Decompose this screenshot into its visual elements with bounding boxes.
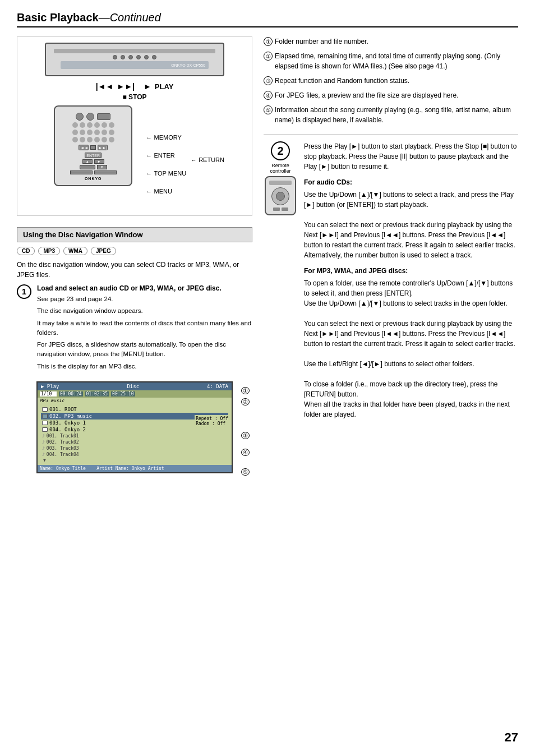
audio-cd-text: Use the Up/Down [▲]/[▼] buttons to selec… bbox=[304, 190, 518, 260]
memory-label: MEMORY bbox=[154, 134, 181, 141]
display-bottom-bar: Name: Onkyo Title Artist Name: Onkyo Art… bbox=[38, 465, 232, 472]
item-text-5: Information about the song currently pla… bbox=[275, 105, 518, 125]
track-fraction: 1/10 bbox=[40, 391, 57, 397]
callout-4: ④ bbox=[241, 449, 250, 455]
numbered-item-5: ⑤ Information about the song currently p… bbox=[264, 105, 518, 125]
audio-cd-heading: For audio CDs: bbox=[304, 177, 518, 187]
title-text: Basic Playback bbox=[17, 11, 99, 24]
callout-1: ① bbox=[241, 387, 250, 394]
menu-label-line: ← MENU bbox=[146, 188, 186, 195]
step2-text-area: Press the Play [►] button to start playb… bbox=[304, 141, 518, 420]
nav-section: Using the Disc Navigation Window CD MP3 … bbox=[17, 227, 252, 473]
play-arrow: ► bbox=[144, 82, 151, 91]
time-track: 00:00:24 bbox=[59, 391, 83, 397]
step1-line4: This is the display for an MP3 disc. bbox=[37, 362, 252, 371]
nav-desc: On the disc navigation window, you can s… bbox=[17, 260, 252, 280]
nav-section-title: Using the Disc Navigation Window bbox=[17, 227, 252, 242]
step2-number: 2 bbox=[271, 141, 290, 160]
step1-line1: The disc navigation window appears. bbox=[37, 306, 252, 316]
item-text-1: Folder number and file number. bbox=[275, 36, 518, 47]
display-header-disc: Disc bbox=[127, 384, 139, 389]
display-mockup: ▶ Play Disc 4: DATA 1/10 00:00:24 01:02:… bbox=[36, 381, 233, 473]
enter-label-line: ← ENTER bbox=[146, 152, 186, 159]
remote-dot-2 bbox=[86, 113, 94, 121]
step2-container: 2 Remote controller bbox=[264, 134, 518, 420]
page-number: 27 bbox=[505, 730, 518, 745]
item-text-2: Elapsed time, remaining time, and total … bbox=[275, 51, 518, 71]
item-text-3: Repeat function and Random function stat… bbox=[275, 76, 518, 86]
display-body: 001. ROOT 002. MP3 music 003. Onkyo 1 bbox=[38, 404, 232, 465]
time-remaining: 01:02:35 bbox=[85, 391, 109, 397]
device-slot bbox=[54, 49, 215, 53]
remote-small-diagram bbox=[265, 176, 296, 215]
format-mp3: MP3 bbox=[38, 247, 60, 255]
remote-btn-1 bbox=[72, 122, 78, 128]
prev-button-symbol: |◄◄ bbox=[96, 82, 114, 91]
callout-2: ② bbox=[241, 398, 250, 405]
next-button-symbol: ►►| bbox=[117, 82, 135, 91]
right-column: ① Folder number and file number. ② Elaps… bbox=[264, 36, 518, 479]
subtitle-text: —Continued bbox=[99, 11, 161, 24]
mp3-text: To open a folder, use the remote control… bbox=[304, 278, 518, 420]
callout-num-2: ② bbox=[264, 52, 273, 61]
prev-btn: |◄◄ bbox=[79, 145, 89, 150]
display-area: ▶ Play Disc 4: DATA 1/10 00:00:24 01:02:… bbox=[31, 381, 238, 473]
remote-btn-5 bbox=[102, 122, 107, 128]
device-top-box: ONKYO DX-CP550 bbox=[45, 43, 224, 76]
numbered-list: ① Folder number and file number. ② Elaps… bbox=[264, 36, 518, 125]
numbered-item-1: ① Folder number and file number. bbox=[264, 36, 518, 47]
remote-diagram: |◄◄ ►►| ENTER ▲ ► bbox=[54, 105, 132, 186]
display-time-bar: 1/10 00:00:24 01:02:35 00:25:10 bbox=[38, 390, 232, 398]
display-folder-root: 001. ROOT bbox=[41, 406, 228, 413]
step1-number: 1 bbox=[17, 284, 31, 299]
display-header-left: ▶ Play bbox=[41, 384, 59, 389]
remote-controller-label: Remote controller bbox=[264, 163, 297, 174]
return-label: RETURN bbox=[199, 156, 224, 163]
display-track-2: ♪ 002. Track02 bbox=[41, 439, 228, 445]
top-menu-label-line: ← TOP MENU bbox=[146, 170, 186, 177]
time-total: 00:25:10 bbox=[111, 391, 135, 397]
step2-main-text: Press the Play [►] button to start playb… bbox=[304, 141, 518, 172]
menu-label: MENU bbox=[154, 188, 172, 195]
scroll-indicator: ▼ bbox=[41, 458, 228, 463]
next-btn: ►►| bbox=[98, 145, 108, 150]
page-header: Basic Playback—Continued bbox=[17, 11, 518, 27]
random-line: Radom : Off bbox=[196, 421, 228, 426]
remote-btn-3 bbox=[87, 122, 93, 128]
step1-line3: For JPEG discs, a slideshow starts autom… bbox=[37, 340, 252, 359]
display-header: ▶ Play Disc 4: DATA bbox=[38, 382, 232, 390]
step1-container: 1 Load and select an audio CD or MP3, WM… bbox=[17, 284, 252, 374]
callout-num-1: ① bbox=[264, 37, 273, 46]
mp3-label: MP3 music bbox=[38, 398, 232, 404]
left-column: ONKYO DX-CP550 |◄◄ ►►| ► PLAY ■ STOP bbox=[17, 36, 252, 479]
memory-label-line: ← MEMORY bbox=[146, 134, 186, 141]
callout-num-4: ④ bbox=[264, 91, 273, 100]
format-jpeg: JPEG bbox=[91, 247, 116, 255]
display-track-1: ♪ 001. Track01 bbox=[41, 433, 228, 439]
callout-num-5: ⑤ bbox=[264, 105, 273, 114]
callout-num-3: ③ bbox=[264, 76, 273, 85]
step1-line2: It may take a while to read the contents… bbox=[37, 319, 252, 338]
step2-left: 2 Remote controller bbox=[264, 141, 297, 420]
remote-btn-6 bbox=[109, 122, 114, 128]
device-diagram: ONKYO DX-CP550 |◄◄ ►►| ► PLAY ■ STOP bbox=[17, 36, 252, 216]
format-wma: WMA bbox=[63, 247, 87, 255]
device-model-text: ONKYO DX-CP550 bbox=[171, 63, 205, 67]
display-track-3: ♪ 003. Track03 bbox=[41, 445, 228, 451]
callout-3: ③ bbox=[241, 432, 250, 439]
display-right-panel: Repeat : Off Radom : Off bbox=[195, 415, 229, 427]
page-container: Basic Playback—Continued bbox=[0, 0, 535, 756]
remote-btn-4 bbox=[94, 122, 100, 128]
mp3-heading: For MP3, WMA, and JPEG discs: bbox=[304, 266, 518, 276]
top-menu-label: TOP MENU bbox=[154, 170, 186, 177]
stop-label: ■ STOP bbox=[122, 93, 146, 101]
main-content: ONKYO DX-CP550 |◄◄ ►►| ► PLAY ■ STOP bbox=[17, 36, 518, 479]
play-label: PLAY bbox=[155, 82, 173, 91]
display-header-data: 4: DATA bbox=[207, 384, 228, 389]
callout-5: ⑤ bbox=[241, 468, 250, 475]
remote-dot-1 bbox=[76, 113, 84, 121]
numbered-item-4: ④ For JPEG files, a preview and the file… bbox=[264, 90, 518, 100]
step1-content: Load and select an audio CD or MP3, WMA,… bbox=[37, 284, 252, 374]
step1-title: Load and select an audio CD or MP3, WMA,… bbox=[37, 284, 252, 292]
display-track-4: ♪ 004. Track04 bbox=[41, 451, 228, 458]
